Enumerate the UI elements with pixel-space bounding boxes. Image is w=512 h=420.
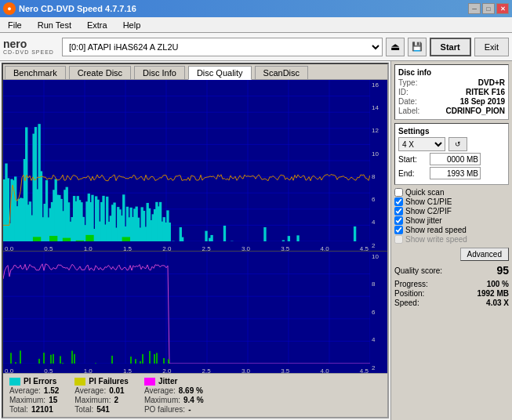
- menu-file[interactable]: File: [3, 20, 27, 31]
- pi-failures-total-label: Total:: [74, 405, 93, 414]
- refresh-button[interactable]: ↺: [448, 137, 467, 151]
- chart1-x-axis: 0.00.51.01.52.02.53.03.54.04.5: [3, 245, 370, 252]
- tab-scan-disc[interactable]: ScanDisc: [255, 66, 308, 79]
- pi-errors-total-val: 12101: [31, 405, 53, 414]
- pi-errors-avg-val: 1.52: [44, 386, 59, 395]
- exit-button[interactable]: Exit: [474, 38, 509, 56]
- disc-info-group: Disc info Type: DVD+R ID: RITEK F16 Date…: [394, 64, 509, 120]
- jitter-max-val: 9.4 %: [183, 396, 204, 404]
- jitter-po-val: -: [188, 405, 191, 414]
- show-write-speed-label: Show write speed: [405, 235, 467, 244]
- show-read-speed-label: Show read speed: [405, 226, 467, 234]
- jitter-avg-val: 8.69 %: [179, 386, 203, 395]
- tab-benchmark[interactable]: Benchmark: [5, 66, 66, 79]
- pi-failures-max-label: Maximum:: [74, 396, 111, 404]
- chart2-canvas: [3, 252, 370, 364]
- eject-button[interactable]: ⏏: [386, 38, 405, 56]
- show-jitter-checkbox[interactable]: [394, 216, 403, 225]
- checkboxes-group: Quick scan Show C1/PIE Show C2/PIF Show …: [394, 188, 509, 244]
- jitter-avg-label: Average:: [144, 386, 176, 395]
- charts-wrapper: 161412108642 0.00.51.01.52.02.53.03.54.0…: [3, 80, 387, 373]
- show-c2-pif-label: Show C2/PIF: [405, 207, 452, 215]
- toolbar: nero CD-DVD SPEED [0:0] ATAPI iHAS624 A …: [0, 33, 512, 61]
- progress-label: Progress:: [394, 280, 428, 288]
- disc-info-title: Disc info: [398, 68, 505, 77]
- start-input[interactable]: [430, 153, 481, 165]
- position-value: 1992 MB: [477, 289, 509, 298]
- pi-failures-avg-label: Average:: [74, 386, 106, 395]
- pi-failures-total-val: 541: [96, 405, 110, 414]
- start-button[interactable]: Start: [430, 38, 471, 56]
- disc-id-val: RITEK F16: [466, 88, 505, 96]
- close-button[interactable]: ✕: [496, 3, 509, 14]
- menu-extra[interactable]: Extra: [82, 20, 112, 31]
- speed-value: 4.03 X: [486, 299, 509, 307]
- save-button[interactable]: 💾: [408, 38, 427, 56]
- jitter-title: Jitter: [158, 377, 177, 386]
- quick-scan-label: Quick scan: [405, 188, 444, 197]
- tab-disc-quality[interactable]: Disc Quality: [188, 66, 252, 80]
- tab-create-disc[interactable]: Create Disc: [69, 66, 131, 79]
- show-jitter-label: Show jitter: [405, 216, 442, 225]
- settings-group: Settings 4 X Max 8 X 12 X ↺ Start: End:: [394, 123, 509, 185]
- quality-score-label: Quality score:: [394, 266, 442, 275]
- drive-select[interactable]: [0:0] ATAPI iHAS624 A ZL2U: [62, 38, 383, 56]
- pi-errors-max-val: 15: [49, 396, 57, 404]
- logo-top: nero: [3, 38, 54, 49]
- settings-title: Settings: [398, 127, 505, 136]
- right-panel: Disc info Type: DVD+R ID: RITEK F16 Date…: [390, 61, 512, 420]
- legend-pi-errors: PI Errors Average: 1.52 Maximum: 15 Tota…: [9, 377, 59, 414]
- pi-failures-color: [74, 378, 85, 386]
- speed-label: Speed:: [394, 299, 419, 307]
- minimize-button[interactable]: ─: [468, 3, 481, 14]
- pi-failures-avg-val: 0.01: [109, 386, 124, 395]
- chart2-x-axis: 0.00.51.01.52.02.53.03.54.04.5: [3, 368, 370, 373]
- menu-bar: File Run Test Extra Help: [0, 17, 512, 33]
- tabs: Benchmark Create Disc Disc Info Disc Qua…: [3, 64, 387, 80]
- main-content: Benchmark Create Disc Disc Info Disc Qua…: [0, 61, 512, 420]
- disc-label-key: Label:: [398, 107, 419, 115]
- jitter-max-label: Maximum:: [144, 396, 180, 404]
- chart2-y-axis: 108642: [370, 252, 387, 373]
- end-input[interactable]: [430, 167, 481, 179]
- disc-id-key: ID:: [398, 88, 409, 96]
- disc-type-key: Type:: [398, 78, 417, 87]
- show-write-speed-checkbox[interactable]: [394, 235, 403, 244]
- end-label: End:: [398, 169, 427, 178]
- show-c2-pif-checkbox[interactable]: [394, 207, 403, 215]
- logo: nero CD-DVD SPEED: [3, 38, 54, 55]
- tab-disc-info[interactable]: Disc Info: [134, 66, 185, 79]
- legend-jitter: Jitter Average: 8.69 % Maximum: 9.4 % PO…: [144, 377, 204, 414]
- progress-value: 100 %: [487, 280, 509, 288]
- chart1-container: 161412108642 0.00.51.01.52.02.53.03.54.0…: [3, 80, 387, 252]
- legend-area: PI Errors Average: 1.52 Maximum: 15 Tota…: [3, 373, 387, 417]
- speed-select[interactable]: 4 X Max 8 X 12 X: [398, 137, 445, 151]
- left-panel: Benchmark Create Disc Disc Info Disc Qua…: [2, 63, 389, 418]
- menu-help[interactable]: Help: [118, 20, 146, 31]
- logo-bottom: CD-DVD SPEED: [3, 49, 54, 55]
- pi-errors-color: [9, 378, 20, 386]
- title-bar-text: Nero CD-DVD Speed 4.7.7.16: [19, 4, 136, 13]
- show-c1-pie-label: Show C1/PIE: [405, 197, 452, 206]
- chart1-y-axis: 161412108642: [370, 80, 387, 251]
- pi-errors-total-label: Total:: [9, 405, 28, 414]
- pi-errors-max-label: Maximum:: [9, 396, 45, 404]
- jitter-po-label: PO failures:: [144, 405, 185, 414]
- start-label: Start:: [398, 155, 427, 164]
- show-read-speed-checkbox[interactable]: [394, 226, 403, 234]
- pi-errors-title: PI Errors: [24, 377, 56, 386]
- quick-scan-checkbox[interactable]: [394, 188, 403, 197]
- show-c1-pie-checkbox[interactable]: [394, 197, 403, 206]
- position-label: Position:: [394, 289, 424, 298]
- pi-failures-title: PI Failures: [89, 377, 129, 386]
- advanced-button[interactable]: Advanced: [460, 248, 509, 261]
- pi-failures-max-val: 2: [114, 396, 118, 404]
- menu-run-test[interactable]: Run Test: [33, 20, 76, 31]
- quality-score-value: 95: [496, 264, 509, 277]
- legend-pi-failures: PI Failures Average: 0.01 Maximum: 2 Tot…: [74, 377, 129, 414]
- quality-score-row: Quality score: 95: [394, 264, 509, 277]
- disc-date-key: Date:: [398, 97, 417, 106]
- maximize-button[interactable]: □: [482, 3, 495, 14]
- chart2-container: 108642 0.00.51.01.52.02.53.03.54.04.5: [3, 252, 387, 373]
- disc-date-val: 18 Sep 2019: [460, 97, 505, 106]
